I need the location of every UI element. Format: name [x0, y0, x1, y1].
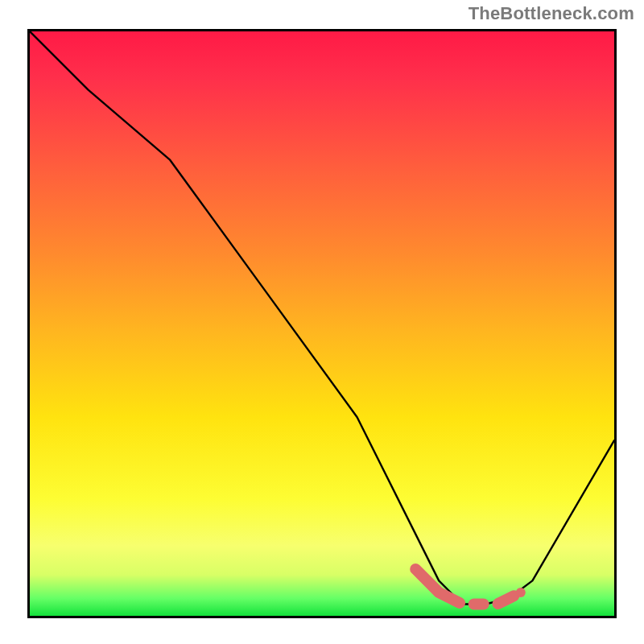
highlight-end-dot [516, 588, 526, 597]
chart-svg [30, 31, 614, 616]
curve-path [30, 31, 614, 605]
plot-area [27, 29, 617, 618]
highlight-stroke [415, 569, 521, 605]
watermark-label: TheBottleneck.com [469, 3, 634, 24]
chart-container: TheBottleneck.com [0, 0, 644, 644]
highlight-markers [415, 569, 526, 605]
